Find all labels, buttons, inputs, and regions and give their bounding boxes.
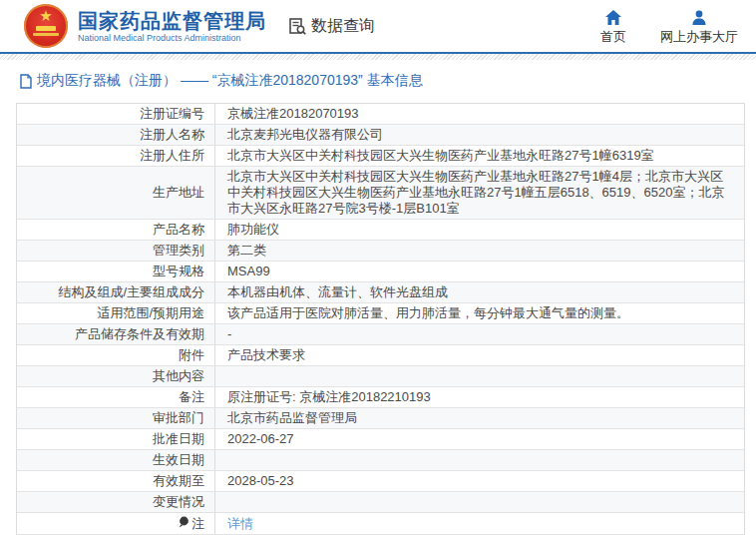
dotted-texture-strip (0, 54, 756, 60)
detail-link[interactable]: 详情 (227, 516, 253, 532)
table-row: 备注原注册证号: 京械注准20182210193 (17, 387, 744, 408)
page-title: 境内医疗器械（注册） —— “京械注准20182070193” 基本信息 (37, 72, 423, 90)
top-nav: 首页 网上办事大厅 (596, 6, 738, 46)
page-icon (20, 74, 37, 89)
row-value: 该产品适用于医院对肺活量、用力肺活量，每分钟最大通气量的测量。 (215, 303, 744, 323)
row-value: 本机器由机体、流量计、软件光盘组成 (215, 282, 744, 302)
agency-title-block: 国家药品监督管理局 National Medical Products Admi… (78, 9, 266, 44)
table-row: 适用范围/预期用途该产品适用于医院对肺活量、用力肺活量，每分钟最大通气量的测量。 (17, 303, 744, 324)
table-row: 产品名称肺功能仪 (17, 220, 744, 241)
table-row-note: 注 详情 (17, 513, 744, 535)
table-row: 注册人名称北京麦邦光电仪器有限公司 (17, 125, 744, 146)
site-header: ★ 国家药品监督管理局 National Medical Products Ad… (0, 0, 756, 52)
row-value: MSA99 (215, 262, 744, 281)
row-value: 2022-06-27 (215, 429, 744, 449)
nav-service-hall-label: 网上办事大厅 (660, 28, 738, 46)
table-row: 有效期至2028-05-23 (17, 471, 744, 492)
agency-name-en: National Medical Products Administration (78, 33, 266, 44)
row-value: - (215, 324, 744, 344)
row-label: 注册人名称 (17, 125, 215, 145)
row-value: 详情 (215, 513, 744, 534)
row-label: 附件 (17, 345, 215, 365)
table-row: 变更情况 (17, 492, 744, 513)
row-label: 结构及组成/主要组成成分 (17, 282, 215, 302)
row-label: 适用范围/预期用途 (17, 303, 215, 323)
row-label: 批准日期 (17, 429, 215, 449)
row-label: 备注 (17, 387, 215, 407)
home-icon (605, 10, 621, 28)
row-value: 产品技术要求 (215, 345, 744, 365)
row-value: 第二类 (215, 241, 744, 261)
row-label: 注 (17, 513, 215, 534)
table-row: 注册人住所北京市大兴区中关村科技园区大兴生物医药产业基地永旺路27号1幢6319… (17, 146, 744, 167)
row-label: 型号规格 (17, 262, 215, 281)
row-value: 肺功能仪 (215, 220, 744, 240)
registration-info-table: 注册证编号京械注准20182070193 注册人名称北京麦邦光电仪器有限公司 注… (16, 103, 745, 535)
data-query-button[interactable]: 数据查询 (288, 16, 375, 37)
row-label: 有效期至 (17, 471, 215, 491)
national-emblem-logo: ★ (24, 4, 68, 48)
note-icon (178, 516, 189, 533)
row-label: 生效日期 (17, 450, 215, 470)
row-label: 变更情况 (17, 492, 215, 512)
nav-service-hall[interactable]: 网上办事大厅 (660, 10, 738, 46)
table-row: 结构及组成/主要组成成分本机器由机体、流量计、软件光盘组成 (17, 282, 744, 303)
data-query-label: 数据查询 (311, 16, 375, 37)
table-row: 其他内容 (17, 366, 744, 387)
table-row: 批准日期2022-06-27 (17, 429, 744, 450)
row-value (215, 450, 744, 470)
row-value: 京械注准20182070193 (215, 104, 744, 124)
row-value: 原注册证号: 京械注准20182210193 (215, 387, 744, 407)
row-value: 北京市药品监督管理局 (215, 408, 744, 428)
row-label: 管理类别 (17, 241, 215, 261)
table-row: 附件产品技术要求 (17, 345, 744, 366)
document-search-icon (288, 17, 307, 36)
row-value: 北京市大兴区中关村科技园区大兴生物医药产业基地永旺路27号1幢4层；北京市大兴区… (215, 167, 744, 219)
row-value: 北京市大兴区中关村科技园区大兴生物医药产业基地永旺路27号1幢6319室 (215, 146, 744, 166)
breadcrumb: 境内医疗器械（注册） —— “京械注准20182070193” 基本信息 (20, 69, 756, 93)
table-row: 审批部门北京市药品监督管理局 (17, 408, 744, 429)
row-value (215, 366, 744, 386)
row-label: 注册证编号 (17, 104, 215, 124)
agency-name-cn: 国家药品监督管理局 (78, 9, 266, 33)
row-label: 审批部门 (17, 408, 215, 428)
row-label: 产品名称 (17, 220, 215, 240)
table-row: 型号规格MSA99 (17, 262, 744, 282)
row-value: 北京麦邦光电仪器有限公司 (215, 125, 744, 145)
row-value: 2028-05-23 (215, 471, 744, 491)
nav-home-label: 首页 (600, 28, 626, 46)
row-label: 生产地址 (17, 167, 215, 219)
row-value (215, 492, 744, 512)
emblem-star-icon: ★ (24, 8, 68, 23)
row-label: 其他内容 (17, 366, 215, 386)
person-icon (691, 10, 707, 28)
row-label: 注册人住所 (17, 146, 215, 166)
table-row: 生效日期 (17, 450, 744, 471)
table-row: 管理类别第二类 (17, 241, 744, 262)
row-label: 产品储存条件及有效期 (17, 324, 215, 344)
nav-home[interactable]: 首页 (596, 10, 630, 46)
table-row: 生产地址北京市大兴区中关村科技园区大兴生物医药产业基地永旺路27号1幢4层；北京… (17, 167, 744, 220)
table-row: 注册证编号京械注准20182070193 (17, 104, 744, 125)
table-row: 产品储存条件及有效期- (17, 324, 744, 345)
